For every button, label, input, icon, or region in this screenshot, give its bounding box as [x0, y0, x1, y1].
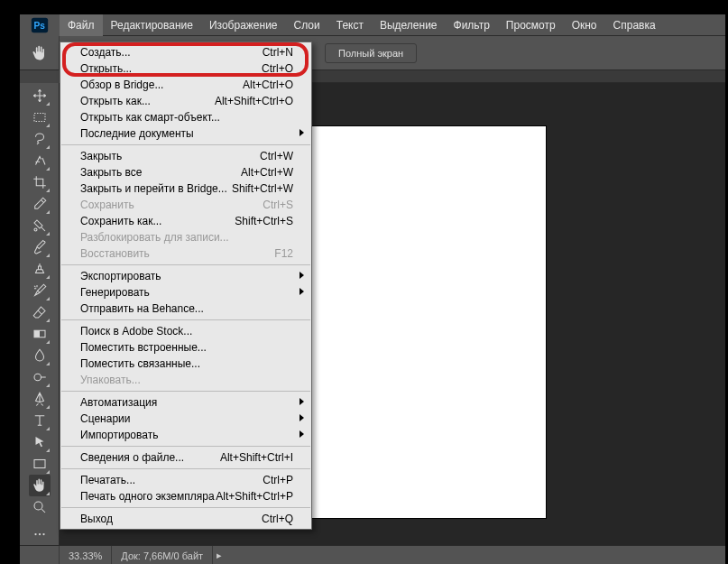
- menu-item-закрыть[interactable]: ЗакрытьCtrl+W: [60, 148, 311, 164]
- menu-view[interactable]: Просмотр: [498, 14, 564, 36]
- menu-item-shortcut: Alt+Shift+Ctrl+P: [216, 490, 293, 503]
- svg-text:Ps: Ps: [34, 20, 46, 30]
- menu-item-сценарии[interactable]: Сценарии: [60, 411, 311, 427]
- menu-item-shortcut: Ctrl+P: [263, 474, 293, 486]
- menu-item-label: Поместить связанные...: [80, 357, 200, 370]
- blur-tool[interactable]: [29, 345, 51, 366]
- quick-select-tool[interactable]: [29, 150, 51, 171]
- menu-item-label: Выход: [80, 513, 113, 525]
- marquee-tool[interactable]: [29, 106, 51, 128]
- menu-item-shortcut: Alt+Ctrl+W: [241, 166, 293, 179]
- tools-panel: [20, 83, 60, 545]
- menu-item-печать-одного-экземпляра[interactable]: Печать одного экземпляраAlt+Shift+Ctrl+P: [60, 488, 311, 504]
- menu-item-label: Отправить на Behance...: [80, 302, 204, 315]
- crop-tool[interactable]: [29, 171, 51, 193]
- menu-item-создать-[interactable]: Создать...Ctrl+N: [60, 44, 311, 60]
- menu-item-восстановить: ВосстановитьF12: [60, 245, 311, 262]
- menu-item-закрыть-все[interactable]: Закрыть всеAlt+Ctrl+W: [60, 164, 311, 180]
- menu-item-экспортировать[interactable]: Экспортировать: [60, 268, 311, 284]
- full-screen-button[interactable]: Полный экран: [325, 43, 417, 63]
- svg-point-8: [34, 502, 42, 510]
- submenu-arrow-icon: [299, 272, 304, 279]
- menu-window[interactable]: Окно: [564, 14, 605, 36]
- menu-item-отправить-на-behance-[interactable]: Отправить на Behance...: [60, 300, 311, 317]
- menu-item-открыть-как-смарт-объект-[interactable]: Открыть как смарт-объект...: [60, 109, 311, 125]
- menu-image[interactable]: Изображение: [201, 14, 286, 36]
- brush-tool[interactable]: [29, 236, 51, 258]
- menu-item-печатать-[interactable]: Печатать...Ctrl+P: [60, 472, 311, 488]
- zoom-tool[interactable]: [29, 496, 51, 518]
- doc-info[interactable]: Док: 7,66M/0 байт: [112, 546, 213, 565]
- menu-item-label: Сохранить: [80, 199, 134, 211]
- menu-item-label: Открыть...: [80, 62, 132, 75]
- menu-item-shortcut: Alt+Shift+Ctrl+I: [220, 451, 293, 464]
- menu-item-label: Печатать...: [80, 474, 135, 486]
- type-tool[interactable]: [29, 410, 51, 431]
- menu-file[interactable]: Файл: [60, 14, 103, 36]
- menu-item-label: Закрыть и перейти в Bridge...: [80, 182, 227, 195]
- path-select-tool[interactable]: [29, 431, 51, 453]
- menu-item-открыть-[interactable]: Открыть...Ctrl+O: [60, 60, 311, 77]
- menu-item-shortcut: Alt+Ctrl+O: [243, 79, 293, 91]
- menu-text[interactable]: Текст: [328, 14, 372, 36]
- menu-item-сохранить-как-[interactable]: Сохранить как...Shift+Ctrl+S: [60, 213, 311, 229]
- menu-item-сохранить: СохранитьCtrl+S: [60, 197, 311, 213]
- submenu-arrow-icon: [299, 414, 304, 421]
- rectangle-tool[interactable]: [29, 453, 51, 475]
- menu-item-shortcut: Ctrl+N: [263, 46, 293, 59]
- menu-item-label: Разблокировать для записи...: [80, 231, 229, 244]
- menu-item-label: Открыть как смарт-объект...: [80, 111, 220, 124]
- eyedropper-tool[interactable]: [29, 193, 51, 215]
- menu-item-label: Сведения о файле...: [80, 451, 184, 464]
- menu-item-label: Сценарии: [80, 412, 130, 425]
- menu-separator: [61, 264, 310, 265]
- spot-heal-tool[interactable]: [29, 215, 51, 236]
- menu-item-label: Открыть как...: [80, 95, 151, 107]
- submenu-arrow-icon: [299, 129, 304, 136]
- menu-item-сведения-о-файле-[interactable]: Сведения о файле...Alt+Shift+Ctrl+I: [60, 449, 311, 466]
- menu-item-открыть-как-[interactable]: Открыть как...Alt+Shift+Ctrl+O: [60, 93, 311, 109]
- menu-item-импортировать[interactable]: Импортировать: [60, 427, 311, 443]
- menu-item-последние-документы[interactable]: Последние документы: [60, 125, 311, 142]
- history-brush-tool[interactable]: [29, 280, 51, 301]
- menu-select[interactable]: Выделение: [372, 14, 446, 36]
- menu-item-поиск-в-adobe-stock-[interactable]: Поиск в Adobe Stock...: [60, 323, 311, 339]
- menu-item-label: Восстановить: [80, 247, 150, 260]
- menu-item-label: Печать одного экземпляра: [80, 490, 215, 503]
- menu-item-shortcut: Ctrl+S: [263, 199, 293, 211]
- menu-item-поместить-связанные-[interactable]: Поместить связанные...: [60, 356, 311, 372]
- menu-item-выход[interactable]: ВыходCtrl+Q: [60, 511, 311, 527]
- menu-item-автоматизация[interactable]: Автоматизация: [60, 394, 311, 411]
- menu-item-label: Поиск в Adobe Stock...: [80, 325, 192, 337]
- menu-separator: [61, 319, 310, 320]
- menu-item-разблокировать-для-записи-: Разблокировать для записи...: [60, 229, 311, 245]
- menu-item-генерировать[interactable]: Генерировать: [60, 284, 311, 300]
- hand-tool[interactable]: [29, 475, 51, 496]
- pen-tool[interactable]: [29, 388, 51, 410]
- move-tool[interactable]: [29, 85, 51, 106]
- menu-item-закрыть-и-перейти-в-bridge-[interactable]: Закрыть и перейти в Bridge...Shift+Ctrl+…: [60, 180, 311, 197]
- menu-edit[interactable]: Редактирование: [103, 14, 201, 36]
- menu-item-shortcut: Shift+Ctrl+S: [235, 215, 293, 227]
- edit-toolbar[interactable]: [29, 523, 51, 545]
- zoom-level[interactable]: 33.33%: [60, 546, 112, 565]
- menu-layers[interactable]: Слои: [286, 14, 328, 36]
- menu-item-shortcut: Ctrl+Q: [262, 513, 293, 525]
- submenu-arrow-icon: [299, 288, 304, 295]
- menu-separator: [61, 144, 310, 145]
- menu-item-поместить-встроенные-[interactable]: Поместить встроенные...: [60, 339, 311, 356]
- menu-item-label: Создать...: [80, 46, 131, 59]
- status-menu-arrow[interactable]: ▸: [213, 550, 226, 561]
- lasso-tool[interactable]: [29, 128, 51, 150]
- eraser-tool[interactable]: [29, 301, 51, 323]
- gradient-tool[interactable]: [29, 323, 51, 345]
- menu-filter[interactable]: Фильтр: [446, 14, 498, 36]
- dodge-tool[interactable]: [29, 366, 51, 388]
- svg-rect-2: [34, 114, 45, 122]
- menu-item-label: Импортировать: [80, 429, 158, 441]
- submenu-arrow-icon: [299, 430, 304, 438]
- status-bar: 33.33% Док: 7,66M/0 байт ▸: [20, 545, 725, 564]
- clone-stamp-tool[interactable]: [29, 258, 51, 280]
- menu-help[interactable]: Справка: [605, 14, 664, 36]
- menu-item-обзор-в-bridge-[interactable]: Обзор в Bridge...Alt+Ctrl+O: [60, 77, 311, 93]
